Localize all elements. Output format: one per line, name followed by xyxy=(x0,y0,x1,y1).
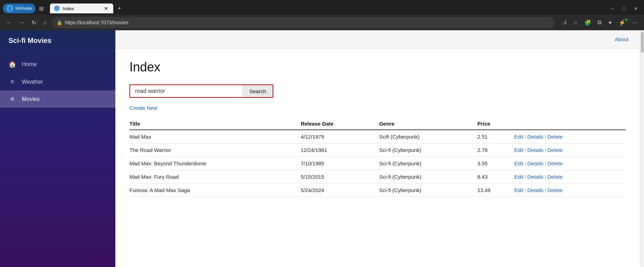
details-link[interactable]: Details xyxy=(527,160,543,166)
window-controls: ─ □ ✕ xyxy=(607,5,641,13)
col-title: Title xyxy=(129,118,301,130)
address-text: https://localhost:7073/movies xyxy=(65,20,550,25)
col-price: Price xyxy=(477,118,514,130)
delete-link[interactable]: Delete xyxy=(547,174,562,180)
sidebar-item-home[interactable]: 🏠 Home xyxy=(0,56,115,73)
sep1: | xyxy=(525,134,526,139)
active-tab[interactable]: Index ✕ xyxy=(50,4,113,13)
table-row: Furiosa: A Mad Max Saga 5/24/2024 Sci-fi… xyxy=(129,184,626,197)
sidebar-nav: 🏠 Home ≡ Weather ≡ Movies xyxy=(0,51,115,112)
cell-price: 13.49 xyxy=(477,184,514,197)
sep1: | xyxy=(525,187,526,193)
cell-actions: Edit | Details | Delete xyxy=(514,144,626,157)
extensions-button[interactable]: 🧩 xyxy=(582,18,593,27)
tab-grid-button[interactable]: ⊞ xyxy=(37,4,46,13)
delete-link[interactable]: Delete xyxy=(547,134,562,140)
tab-favicon xyxy=(54,6,60,11)
search-form[interactable]: Search xyxy=(129,84,273,98)
cell-release-date: 7/10/1985 xyxy=(301,157,379,170)
back-button[interactable]: ← xyxy=(4,18,14,27)
sidebar-item-label-weather: Weather xyxy=(22,79,43,85)
cell-price: 2.78 xyxy=(477,144,514,157)
table-row: Mad Max 4/12/1979 Scifi (Cyberpunk) 2.51… xyxy=(129,130,626,144)
sidebar: Sci-fi Movies 🏠 Home ≡ Weather ≡ Movies xyxy=(0,30,115,267)
cell-genre: Sci-fi (Cyberpunk) xyxy=(379,144,477,157)
inprivate-button[interactable]: 👤 InPrivate xyxy=(3,4,36,13)
sep2: | xyxy=(545,187,546,193)
inprivate-label: InPrivate xyxy=(15,6,32,11)
sep2: | xyxy=(545,134,546,139)
split-screen-button[interactable]: ⧉ xyxy=(595,18,604,27)
app-container: Sci-fi Movies 🏠 Home ≡ Weather ≡ Movies … xyxy=(0,30,644,267)
movies-icon: ≡ xyxy=(8,95,16,103)
cell-title: Mad Max: Fury Road xyxy=(129,170,301,184)
sep1: | xyxy=(525,147,526,153)
profile-button[interactable]: ⚡ xyxy=(617,18,628,27)
toolbar-icons: 𝓐 ☆ 🧩 ⧉ ✦ ⚡ ⋯ xyxy=(560,18,640,27)
edit-link[interactable]: Edit xyxy=(514,134,523,140)
delete-link[interactable]: Delete xyxy=(547,147,562,153)
cell-release-date: 5/24/2024 xyxy=(301,184,379,197)
minimize-button[interactable]: ─ xyxy=(607,5,618,13)
cell-price: 2.51 xyxy=(477,130,514,144)
edit-link[interactable]: Edit xyxy=(514,187,523,193)
cell-actions: Edit | Details | Delete xyxy=(514,157,626,170)
edit-link[interactable]: Edit xyxy=(514,147,523,153)
read-aloud-button[interactable]: 𝓐 xyxy=(560,18,569,27)
tab-close-button[interactable]: ✕ xyxy=(103,6,109,11)
forward-button[interactable]: → xyxy=(17,18,27,27)
cell-title: Furiosa: A Mad Max Saga xyxy=(129,184,301,197)
details-link[interactable]: Details xyxy=(527,147,543,153)
sidebar-item-label-home: Home xyxy=(22,61,37,68)
sidebar-item-movies[interactable]: ≡ Movies xyxy=(0,90,115,108)
maximize-button[interactable]: □ xyxy=(619,5,629,13)
top-nav: About xyxy=(115,30,640,49)
search-input[interactable] xyxy=(130,85,243,97)
home-button[interactable]: ⌂ xyxy=(41,18,49,27)
table-row: Mad Max: Beyond Thunderdome 7/10/1985 Sc… xyxy=(129,157,626,170)
lock-icon: 🔒 xyxy=(57,20,62,25)
refresh-button[interactable]: ↻ xyxy=(30,18,38,27)
tab-group: Index ✕ xyxy=(50,4,113,13)
edit-link[interactable]: Edit xyxy=(514,174,523,180)
tab-bar: 👤 InPrivate ⊞ Index ✕ + ─ □ ✕ xyxy=(0,0,644,15)
details-link[interactable]: Details xyxy=(527,174,543,180)
sidebar-item-label-movies: Movies xyxy=(22,96,40,102)
delete-link[interactable]: Delete xyxy=(547,160,562,166)
sep1: | xyxy=(525,174,526,179)
sep2: | xyxy=(545,147,546,153)
cell-release-date: 5/15/2015 xyxy=(301,170,379,184)
cell-genre: Sci-fi (Cyberpunk) xyxy=(379,184,477,197)
create-new-link[interactable]: Create New xyxy=(129,105,157,111)
details-link[interactable]: Details xyxy=(527,134,543,140)
collections-button[interactable]: ✦ xyxy=(606,18,614,27)
edit-link[interactable]: Edit xyxy=(514,160,523,166)
cell-release-date: 12/24/1981 xyxy=(301,144,379,157)
settings-button[interactable]: ⋯ xyxy=(630,18,640,27)
sep1: | xyxy=(525,161,526,166)
table-header-row: Title Release Date Genre Price xyxy=(129,118,626,130)
address-input-wrapper[interactable]: 🔒 https://localhost:7073/movies xyxy=(52,17,555,28)
cell-title: The Road Warrior xyxy=(129,144,301,157)
table-row: The Road Warrior 12/24/1981 Sci-fi (Cybe… xyxy=(129,144,626,157)
home-icon: 🏠 xyxy=(8,61,16,68)
scrollbar-track[interactable] xyxy=(640,30,644,267)
col-genre: Genre xyxy=(379,118,477,130)
details-link[interactable]: Details xyxy=(527,187,543,193)
address-bar: ← → ↻ ⌂ 🔒 https://localhost:7073/movies … xyxy=(0,15,644,30)
close-button[interactable]: ✕ xyxy=(630,5,641,13)
cell-actions: Edit | Details | Delete xyxy=(514,184,626,197)
cell-price: 8.43 xyxy=(477,170,514,184)
sidebar-item-weather[interactable]: ≡ Weather xyxy=(0,73,115,90)
sep2: | xyxy=(545,174,546,179)
cell-title: Mad Max xyxy=(129,130,301,144)
new-tab-button[interactable]: + xyxy=(115,4,124,14)
search-button[interactable]: Search xyxy=(243,85,273,97)
delete-link[interactable]: Delete xyxy=(547,187,562,193)
sidebar-brand: Sci-fi Movies xyxy=(0,30,115,51)
about-link[interactable]: About xyxy=(615,36,629,42)
cell-price: 3.55 xyxy=(477,157,514,170)
scrollbar-thumb xyxy=(641,32,644,53)
col-release-date: Release Date xyxy=(301,118,379,130)
favorites-button[interactable]: ☆ xyxy=(571,18,580,27)
